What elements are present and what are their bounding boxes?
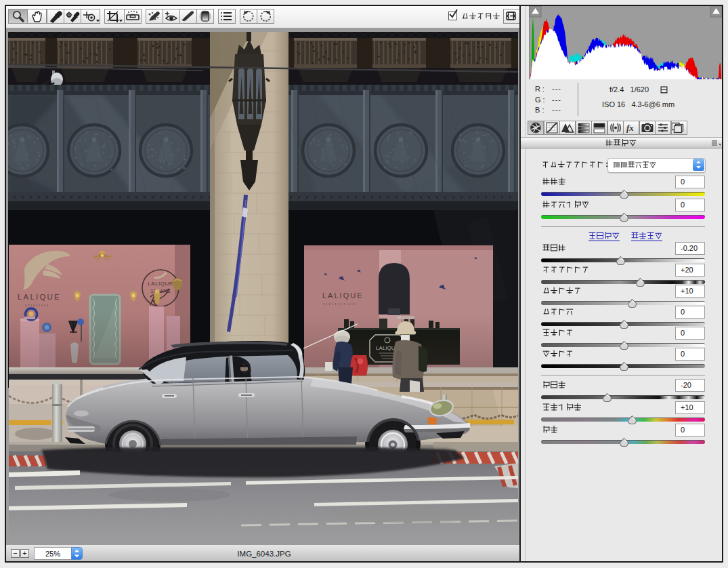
svg-text:LALIQUE: LALIQUE bbox=[18, 293, 61, 301]
svg-text:LALIQUE: LALIQUE bbox=[322, 291, 363, 300]
svg-text:fx: fx bbox=[626, 123, 634, 133]
svg-text:LALIQUE: LALIQUE bbox=[148, 281, 173, 287]
svg-text:130 ANS: 130 ANS bbox=[150, 288, 171, 294]
